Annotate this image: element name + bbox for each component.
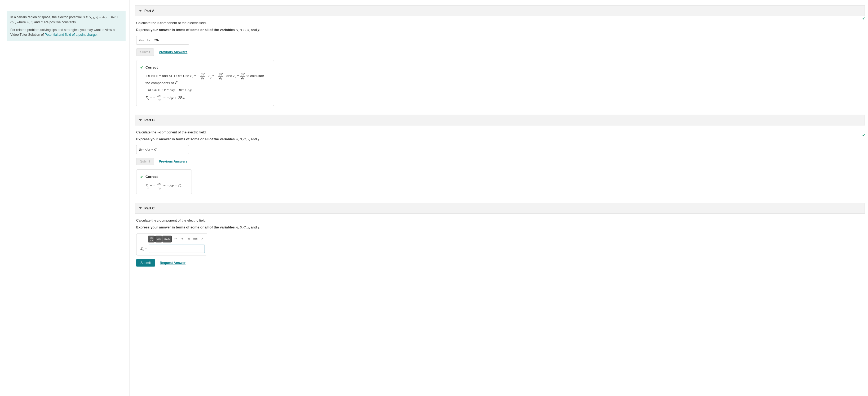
part-b-express: Express your answer in terms of some or … <box>136 137 864 141</box>
pc-exp-e: . <box>259 225 260 229</box>
pa-prompt-a: -component of the electric field. <box>159 21 207 25</box>
fb-execute: EXECUTE: V = Axy − Bx² + Cy. <box>146 87 269 93</box>
check-icon: ✔ <box>140 64 143 71</box>
help-icon[interactable]: ? <box>199 236 205 242</box>
video-tutor-link[interactable]: Potential and field of a point charge <box>45 33 97 36</box>
previous-answers-link[interactable]: Previous Answers <box>159 50 187 54</box>
keyboard-icon[interactable]: ⌨ <box>192 236 198 242</box>
part-b-title: Part B <box>145 118 154 122</box>
pb-exp-and: and <box>250 137 258 141</box>
pa-exp-b: Express your answer in terms of some or … <box>136 28 236 32</box>
part-a-header[interactable]: Part A <box>135 5 865 16</box>
part-b-wrapper: Part B ✔ Calculate the y-component of th… <box>135 114 865 195</box>
caret-down-icon <box>139 120 142 121</box>
prob-const: are positive constants. <box>44 21 76 24</box>
reset-icon[interactable]: ↻ <box>185 236 192 242</box>
redo-icon[interactable]: ↷ <box>179 236 185 242</box>
pc-prompt-b: Calculate the <box>136 219 157 222</box>
greek-tool-icon[interactable]: ΑΣΦ <box>162 236 172 242</box>
prob-vars: A, B, <box>27 21 33 24</box>
pa-ans-eq: = <box>142 38 144 42</box>
pc-exp-and: and <box>250 225 258 229</box>
pb-ans-eq: = <box>142 147 144 152</box>
pb-exp-e: . <box>259 137 260 141</box>
request-answer-link[interactable]: Request Answer <box>160 261 185 265</box>
answer-input-panel: ▭▭ √▭ ΑΣΦ ↶ ↷ ↻ ⌨ ? Ez = <box>136 233 207 256</box>
part-c-express: Express your answer in terms of some or … <box>136 225 864 230</box>
submit-button: Submit <box>136 158 154 165</box>
part-a-wrapper: Part A ✔ Calculate the x-component of th… <box>135 5 865 107</box>
equation-toolbar: ▭▭ √▭ ΑΣΦ ↶ ↷ ↻ ⌨ ? <box>138 236 205 242</box>
prob-c: C <box>40 21 43 24</box>
previous-answers-link[interactable]: Previous Answers <box>159 160 187 163</box>
correct-label: Correct <box>146 64 158 71</box>
fb-result: Ex = − ∂V∂x = −Ay + 2Bx. <box>146 94 269 102</box>
fb-result-b: Ey = − ∂V∂y = −Ax − C. <box>146 182 187 190</box>
check-icon: ✔ <box>862 16 865 21</box>
submit-button[interactable]: Submit <box>136 259 155 267</box>
pa-exp-e: . <box>259 28 260 32</box>
pc-exp-v: A, B, C, x, <box>236 225 250 229</box>
check-icon: ✔ <box>140 173 143 180</box>
undo-icon[interactable]: ↶ <box>172 236 178 242</box>
part-a-express: Express your answer in terms of some or … <box>136 28 864 32</box>
prob-related-end: . <box>97 33 97 36</box>
prob-text-2: , where <box>15 21 27 24</box>
pb-prompt-a: -component of the electric field. <box>159 130 207 134</box>
pa-exp-v: A, B, C, x, <box>236 28 250 32</box>
caret-down-icon <box>139 10 142 12</box>
pb-ans-rhs: −Ax − C <box>144 147 156 152</box>
fb-identify: IDENTIFY and SET UP: Use Ex = − ∂V∂x , E… <box>146 73 269 87</box>
part-c-prompt: Calculate the z-component of the electri… <box>136 219 864 223</box>
pc-prompt-a: -component of the electric field. <box>159 219 207 222</box>
part-a-prompt: Calculate the x-component of the electri… <box>136 21 864 25</box>
part-a-answer: Ex = −Ay + 2Bx <box>136 36 189 45</box>
part-b-header[interactable]: Part B <box>135 114 865 126</box>
caret-down-icon <box>139 207 142 209</box>
pb-ans-lhs: E <box>139 147 141 152</box>
part-b-feedback: ✔ Correct Ey = − ∂V∂y = −Ax − C. <box>136 169 192 194</box>
part-a-title: Part A <box>145 9 154 13</box>
part-a-feedback: ✔ Correct IDENTIFY and SET UP: Use Ex = … <box>136 60 274 106</box>
prob-text-1: In a certain region of space, the electr… <box>10 15 86 19</box>
part-c-title: Part C <box>145 206 154 210</box>
pa-exp-and: and <box>250 28 258 32</box>
correct-label: Correct <box>146 174 158 180</box>
answer-lhs: Ez = <box>138 246 147 251</box>
problem-statement: In a certain region of space, the electr… <box>7 11 126 41</box>
pb-exp-v: A, B, C, x, <box>236 137 250 141</box>
pa-prompt-b: Calculate the <box>136 21 157 25</box>
pa-ans-rhs: −Ay + 2Bx <box>144 38 159 42</box>
pc-exp-b: Express your answer in terms of some or … <box>136 225 236 229</box>
part-c-header[interactable]: Part C <box>135 203 865 213</box>
pb-prompt-b: Calculate the <box>136 130 157 134</box>
answer-input[interactable] <box>149 244 205 253</box>
prob-and: and <box>34 21 40 24</box>
pb-exp-b: Express your answer in terms of some or … <box>136 137 236 141</box>
part-b-prompt: Calculate the y-component of the electri… <box>136 130 864 134</box>
sqrt-tool-icon[interactable]: √▭ <box>155 236 162 242</box>
template-tool-icon[interactable]: ▭▭ <box>148 236 155 242</box>
check-icon: ✔ <box>862 133 865 137</box>
submit-button: Submit <box>136 48 154 56</box>
pa-ans-lhs: E <box>139 38 141 42</box>
part-b-answer: Ey = −Ax − C <box>136 145 189 154</box>
part-c-wrapper: Part C Calculate the z-component of the … <box>135 203 865 272</box>
